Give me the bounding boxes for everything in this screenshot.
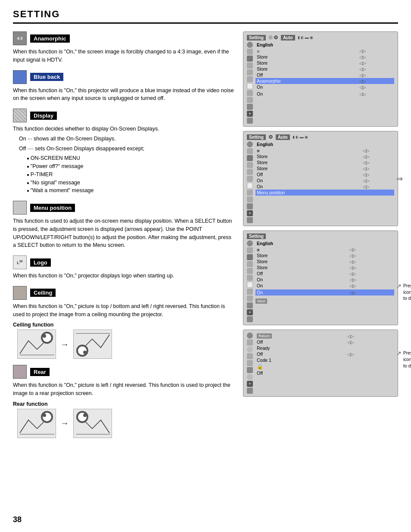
table-row: On ◁▷ [255,91,394,97]
sb2-icon-12 [247,217,253,223]
menu-cell-highlight: On [255,289,348,296]
ceiling-icon [13,286,27,300]
p2-icon-c: ▬ [300,135,304,139]
sb3-icon-12 [247,316,253,322]
menu-cell: Off [255,72,358,78]
menu-cell: Return [255,333,346,339]
display-icon [13,109,27,122]
table-row: On ◁▷ [255,84,394,90]
page-header: SETTING [13,9,398,24]
section-rear: Rear When this function is "On," picture… [13,365,235,438]
menu-cell-highlight: Anamorphic [255,78,358,84]
table-row-highlight: Anamorphic ◁▷ [255,78,394,84]
sb-icon-2 [247,49,253,55]
sb3-icon-10 [247,302,253,308]
display-bullet-list: ON-SCREEN MENU "Power off?" message P-TI… [27,154,235,195]
menu-cell: ◁▷ [361,147,394,153]
panel1-topbar: Setting ⚙ Auto ▮ ◐ ▬ ◉ [247,34,394,40]
menu-cell: On [255,91,358,97]
panel3-note: Press SELECT button at this iconto displ… [403,283,411,302]
sb2-icon-4 [247,162,253,168]
blue-back-header: Blue back [13,70,235,84]
menu-position-label: Menu position [30,204,75,212]
logo-label: Logo [30,258,51,267]
page: SETTING 4:3 Anamorphic When this functio… [0,0,411,532]
menu-cell: Off [255,339,346,345]
table-row: Off ◁▷ [255,72,394,78]
arrow-icon: ◁▷ [349,247,356,252]
sb3-icon-2 [247,247,253,253]
menu-cell: Off [255,351,346,357]
panel2-inner: ▼ English ⊞ ◁▷ [247,141,394,223]
list-item: P-TIMER [27,171,235,179]
lock-icon: 🔒 [257,364,263,370]
section-logo: L30 Logo When this function is "On," pro… [13,255,235,280]
list-item: ON-SCREEN MENU [27,154,235,162]
p2-icon-d: ◉ [305,135,308,139]
arrow-icon: ◁▷ [359,55,366,59]
return-button[interactable]: Return [257,333,272,339]
table-row: Store ◁▷ [255,159,394,165]
panel1-icon-d: ◉ [310,35,313,40]
menu-cell: Store [255,54,358,60]
menu-cell: Off [255,171,361,177]
arrow-icon: ◁▷ [349,277,356,282]
arrow-icon: ◁▷ [359,61,366,65]
sb4-icon-5 [247,360,253,366]
menu-cell-highlight [361,190,394,196]
menu-cell: Store [255,165,361,171]
panel3-inner: ▼ English ⊞ ◁▷ [247,240,394,322]
display-label: Display [30,112,57,120]
menu-cell-highlight: Menu position [255,190,361,196]
p2-icon-a: ▮ [293,135,295,139]
table-row: Return ◁▷ [255,333,394,339]
panel3-topbar: Setting [247,233,394,239]
arrow-icon: ◁▷ [363,160,370,165]
arrow-icon: ◁▷ [359,92,366,96]
rear-icon [13,365,27,379]
next-button[interactable]: Next [255,299,267,304]
ceiling-function-area: Ceiling function [13,322,235,359]
panel3-note-area: ↗ Press SELECT button at this iconto dis… [396,283,411,302]
panel1-setting-label: Setting [247,35,266,40]
sb-icon-9 [247,97,253,103]
panel4-table: Return ◁▷ Off ◁▷ Ready [255,333,394,376]
ui-panel-3: Setting ▼ [243,230,398,325]
table-row: English [255,42,394,48]
panel1-icon-1 [268,35,273,40]
svg-point-8 [83,351,87,354]
table-row: Ready [255,345,394,351]
menu-cell: Store [255,66,358,72]
sb-icon-4 [247,62,253,68]
sb-icon-3 [247,56,253,62]
rear-before-svg [18,409,56,438]
sb-icon-7 [247,83,253,89]
logo-header: L30 Logo [13,255,235,269]
sb-icon-8 [247,90,253,96]
arrow-icon: ◁▷ [363,166,370,171]
menu-cell: English [255,141,361,147]
menu-cell: ⊞ [255,147,361,153]
arrow-icon: ◁▷ [359,67,366,72]
ceiling-before [17,330,56,359]
table-row: Store ◁▷ [255,54,394,60]
anamorphic-text: When this function is "On," the screen i… [13,48,235,64]
menu-cell: Store [255,60,358,66]
table-row: Store ◁▷ [255,264,394,271]
menu-cell: ◁▷ [358,60,394,66]
sb-icon-6 [247,76,253,82]
table-row: English [255,240,394,246]
table-row: Store ◁▷ [255,153,394,159]
ceiling-arrow: → [60,339,69,349]
panel2-menu: English ⊞ ◁▷ Store ◁▷ [255,141,394,223]
table-row: ⊞ ◁▷ [255,48,394,54]
sb-icon-5 [247,69,253,75]
arrow-icon: ◁▷ [349,259,356,264]
table-row: Store ◁▷ [255,60,394,66]
arrow-icon: ◁▷ [349,253,356,258]
anamorphic-icon: 4:3 [13,31,27,45]
panel2-table: English ⊞ ◁▷ Store ◁▷ [255,141,394,196]
sb2-icon-7 [247,183,253,189]
menu-cell: ⊞ [255,48,358,54]
rear-label: Rear [30,368,50,376]
